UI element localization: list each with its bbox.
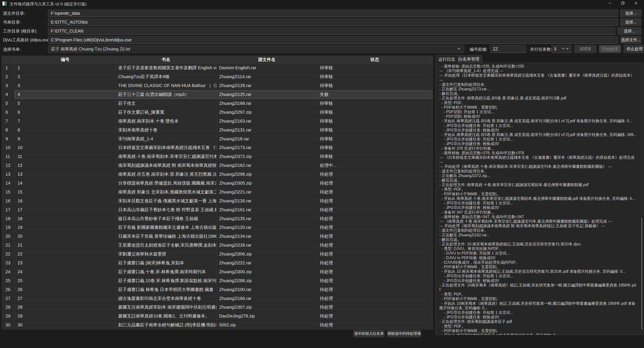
browse-button[interactable]: 选择... [620,9,641,17]
cell-status[interactable]: 待处理 [317,232,432,241]
cell-status[interactable]: 待处理 [317,321,432,330]
clean-library-button[interactable]: 清理库 [574,45,596,53]
path-input[interactable]: C:\Program Files (x86)\DjVuLibre\ddjvu.e… [48,36,618,43]
cell-file[interactable]: ZhuangZi307.zip [216,303,317,312]
cell-title[interactable]: 日藏宋本莊子音義 黃華珍編校 上海古籍出版社1996 [116,232,216,241]
header-cell-title[interactable]: 书名 [116,56,216,63]
cell-id[interactable]: 13 [15,170,116,179]
chevron-down-icon[interactable] [565,47,569,51]
cell-id[interactable]: 19 [15,223,116,232]
cell-file[interactable]: ZhuangZi163.rar [216,117,317,125]
cell-id[interactable]: 28 [15,303,116,312]
cell-status[interactable]: 待审核 [317,99,432,108]
close-button[interactable] [630,0,641,7]
cell-title[interactable]: 莊子音義 影國家圖書館藏宋元遞修本 上海古籍出版社1985年 [116,223,216,232]
cell-title[interactable]: 南宋蜀刻趙諫議本南華真經 附 南宋蜀本南華真經校記.王叔岷 ... [116,161,216,170]
cell-id[interactable]: 24 [15,267,116,276]
table-row[interactable]: 8 8 宋刻本南華真經十卷 ZhuangZi131.rar 待审核 [2,126,432,134]
cell-title[interactable]: 跋日本高山市舊鈔卷子本莊子殘卷 王叔岷 [116,214,216,223]
header-cell-status[interactable]: 状态 [317,56,432,63]
table-row[interactable]: 20 20 日藏宋本莊子音義 黃華珍編校 上海古籍出版社1996 ZhuangZ… [2,232,432,241]
cell-file[interactable]: 5002.zip [216,321,317,330]
cell-file[interactable]: ZhuangZi221.rar [216,188,317,196]
table-row[interactable]: 19 19 莊子音義 影國家圖書館藏宋元遞修本 上海古籍出版社1985年 Zhu… [2,223,432,232]
cell-id[interactable]: 30 [15,321,116,330]
header-cell-file[interactable]: 源文件名 [216,56,317,63]
cell-title[interactable]: 莊子鬳齋口義.十卷.宋.林希逸撰.南宋時期刊本 [116,267,216,276]
cell-title[interactable]: THE DIVINE CLASSIC OF NAN-HUA Balfour （《… [116,81,216,90]
tab-whitelist-management[interactable]: 白名单管理 [456,55,482,63]
path-input[interactable]: F:\OTTC_CLEAN [48,27,615,35]
table-row[interactable]: 23 23 莊子鬳齋口義 [南宋]林希逸,宋刻本 ZhuangZi222.rar… [2,259,432,268]
header-cell-id[interactable]: 编号 [15,56,116,63]
cell-title[interactable]: 宋劉遷父南華秋水篇墨寶 [116,250,216,259]
cell-title[interactable]: 宋刊南華真經_1-4 [116,134,216,143]
cell-status[interactable]: 待处理 [317,241,432,250]
cell-file[interactable]: Daoism-English.rar [216,63,317,72]
cell-file[interactable]: ZhuangZi300.zip [216,267,317,276]
table-row[interactable]: 30 30 刻三元品彙莊子南華全經句解補註.(明)李廷機.明刻本 5002.zi… [2,321,432,330]
table-row[interactable]: 16 16 宋刻本呂觀文進莊子義 俄藏黑水城文獻第一冊 上海古籍出版... Zh… [2,196,432,205]
cell-file[interactable]: ZhuangZi100.rar [216,285,317,294]
cell-file[interactable]: DaoDeJing279.zip [216,312,317,321]
cell-id[interactable]: 18 [15,214,116,223]
cell-file[interactable]: ZhuangZi126.rar [216,196,317,205]
table-row[interactable]: 14 14 分章標題南華真經.勞健題款.周叔弢跋.國圖藏.南宋末建陽坊刻本 Zh… [2,179,432,188]
cell-file[interactable]: ZhuangZi135.rar [216,214,317,223]
table-row[interactable]: 11 11 南華真經.十卷.南宋蜀刻本.宋孝宗安仁趙諫議宅刊本.臺北傅斯... … [2,152,432,161]
table-row[interactable]: 4 4 莊子三十三篇 白雲出岫朗讀（mp3） ZhuangZi125.rar 失… [2,90,432,99]
cell-id[interactable]: 3 [15,81,116,90]
cell-id[interactable]: 27 [15,294,116,303]
cell-status[interactable]: 待处理 [317,179,432,188]
cell-id[interactable]: 14 [15,179,116,188]
table-row[interactable]: 9 9 宋刊南華真經_1-4 ZhuangZi18.rar 待审核 [2,134,432,143]
cell-file[interactable]: ZhuangZi166.rar [216,294,317,303]
table-row[interactable]: 13 13 南華真經.存五卷.南宋刻本.晉.郭象注.黃丕烈舊藏.法國國家圖...… [2,170,432,179]
cell-id[interactable]: 26 [15,285,116,294]
path-input[interactable]: E:\OTTC_AUTO\list [48,18,618,26]
table-row[interactable]: 3 3 THE DIVINE CLASSIC OF NAN-HUA Balfou… [2,81,432,90]
table-row[interactable]: 12 12 南宋蜀刻趙諫議本南華真經 附 南宋蜀本南華真經校記.王叔岷 ... … [2,161,432,170]
cell-status[interactable]: 失败 [317,90,432,99]
cell-id[interactable]: 1 [15,63,116,72]
cell-status[interactable]: 待处理 [317,294,432,303]
cell-id[interactable]: 16 [15,196,116,205]
cell-file[interactable]: ZhuangZi18.rar [216,134,317,143]
cell-file[interactable]: ZhuangZi173.rar [216,143,317,152]
cell-status[interactable]: 处理中... [317,161,432,170]
cell-title[interactable]: 日本靜嘉堂文庫藏宋刻本南華真經注疏殘本五卷 《古逸叢書... [116,143,216,152]
cell-title[interactable]: 莊子鬳齋口義 [南宋]林希逸,宋刻本 [116,259,216,267]
cell-status[interactable]: 待处理 [317,196,432,205]
cell-status[interactable]: 待处理 [317,223,432,232]
cell-file[interactable]: ZhuangZi306.zip [216,250,317,259]
cell-id[interactable]: 2 [15,72,116,81]
cell-file[interactable]: ZhuangZi297.zip [216,108,317,116]
log-scrollbar[interactable] [641,218,642,330]
cell-status[interactable]: 待审核 [317,72,432,81]
cell-file[interactable]: ZhuangZi305.zip [216,179,317,188]
cell-id[interactable]: 10 [15,143,116,152]
cell-title[interactable]: 南華真經.十卷.南宋蜀刻本.宋孝宗安仁趙諫議宅刊本.臺北傅斯... [116,152,216,161]
table-row[interactable]: 7 7 南華真經.南宋刻本.十卷.雙色本 ZhuangZi163.rar 待审核 [2,117,432,126]
table-row[interactable]: 6 6 莊子佚文重訂稿_陳重寬 ZhuangZi297.zip 待审核 [2,108,432,117]
cell-title[interactable]: 莊子佚文重訂稿_陳重寬 [116,108,216,116]
cell-title[interactable]: 老子莊子及道家道教相關英文著作及翻譯 English versions of..… [116,63,216,72]
table-row[interactable]: 2 2 ChuangTzu莊子英譯本9種 ZhuangZi114.rar 待审核 [2,72,432,81]
cell-file[interactable]: ZhuangZi128.rar [216,81,317,90]
cell-status[interactable]: 待审核 [317,63,432,72]
cell-status[interactable]: 待处理 [317,205,432,214]
cell-id[interactable]: 8 [15,126,116,134]
cell-file[interactable]: ZhuangZi125.rar [216,90,317,99]
cell-file[interactable]: ZhuangZi120.rar [216,223,317,232]
maximize-button[interactable] [618,0,628,7]
cell-status[interactable]: 待处理 [317,188,432,196]
table-row[interactable]: 22 22 宋劉遷父南華秋水篇墨寶 ZhuangZi306.zip 待处理 [2,250,432,259]
cell-status[interactable]: 待处理 [317,312,432,321]
cell-id[interactable]: 5 [15,99,116,108]
cell-title[interactable]: 日本高山寺藏莊子舊鈔本七卷 附 狩野直喜 王叔岷 校勘記 [116,205,216,214]
cell-id[interactable]: 17 [15,205,116,214]
table-row[interactable]: 27 27 續古逸叢書影印南北宋合璧本南華眞經十卷 ZhuangZi166.ra… [2,294,432,303]
cell-title[interactable]: 纂圖互注南華真經宋刻本 南宋建陽閩中坊刻元明遞修 缺葉殘... [116,303,216,312]
booklist-combobox[interactable]: 莊子 南華真經 Chuang-Tzu (Zhuang Zi).txt [48,45,464,53]
table-row[interactable]: 15 15 南華真經 郭象注 北宋刻本,俄藏敦煌黑水城文獻第二冊 ZhuangZ… [2,188,432,196]
